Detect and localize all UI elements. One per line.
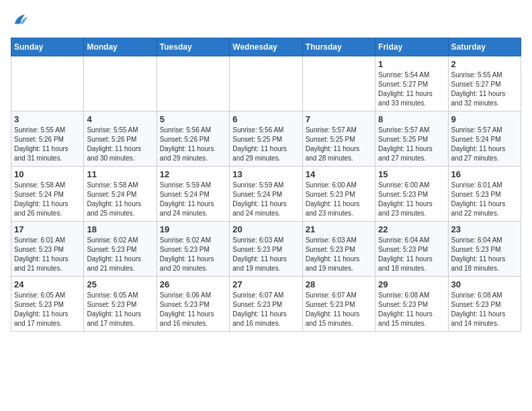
calendar-day-cell: 17Sunrise: 6:01 AMSunset: 5:23 PMDayligh… xyxy=(11,222,84,277)
calendar-day-cell: 16Sunrise: 6:01 AMSunset: 5:23 PMDayligh… xyxy=(448,167,521,222)
day-info-text: Sunrise: 5:59 AMSunset: 5:24 PMDaylight:… xyxy=(160,181,226,218)
calendar-week-row: 10Sunrise: 5:58 AMSunset: 5:24 PMDayligh… xyxy=(11,167,521,222)
day-number: 7 xyxy=(306,114,372,124)
calendar-header-row: SundayMondayTuesdayWednesdayThursdayFrid… xyxy=(11,38,521,56)
day-info-text: Sunrise: 6:01 AMSunset: 5:23 PMDaylight:… xyxy=(451,181,518,218)
calendar-week-row: 3Sunrise: 5:55 AMSunset: 5:26 PMDaylight… xyxy=(11,111,521,167)
day-number: 19 xyxy=(160,224,226,234)
calendar-day-cell: 7Sunrise: 5:57 AMSunset: 5:25 PMDaylight… xyxy=(302,111,375,167)
day-info-text: Sunrise: 6:06 AMSunset: 5:23 PMDaylight:… xyxy=(160,291,226,328)
day-number: 10 xyxy=(14,169,81,179)
day-number: 29 xyxy=(378,279,445,289)
calendar-day-cell: 30Sunrise: 6:08 AMSunset: 5:23 PMDayligh… xyxy=(448,277,521,332)
day-info-text: Sunrise: 5:57 AMSunset: 5:25 PMDaylight:… xyxy=(378,126,445,163)
calendar-day-cell xyxy=(157,56,229,111)
calendar-day-cell: 24Sunrise: 6:05 AMSunset: 5:23 PMDayligh… xyxy=(11,277,84,332)
day-number: 14 xyxy=(306,169,372,179)
day-number: 13 xyxy=(232,169,299,179)
day-number: 9 xyxy=(451,114,518,124)
day-info-text: Sunrise: 5:55 AMSunset: 5:26 PMDaylight:… xyxy=(87,126,153,163)
day-number: 21 xyxy=(306,224,372,234)
weekday-header-wednesday: Wednesday xyxy=(230,38,302,56)
day-info-text: Sunrise: 6:02 AMSunset: 5:23 PMDaylight:… xyxy=(160,236,226,273)
weekday-header-friday: Friday xyxy=(375,38,448,56)
calendar-day-cell: 4Sunrise: 5:55 AMSunset: 5:26 PMDaylight… xyxy=(84,111,157,167)
day-info-text: Sunrise: 5:55 AMSunset: 5:26 PMDaylight:… xyxy=(14,126,81,163)
day-number: 8 xyxy=(378,114,445,124)
calendar-day-cell: 1Sunrise: 5:54 AMSunset: 5:27 PMDaylight… xyxy=(375,56,448,111)
logo xyxy=(11,11,32,30)
day-number: 28 xyxy=(306,279,372,289)
calendar-day-cell: 6Sunrise: 5:56 AMSunset: 5:25 PMDaylight… xyxy=(230,111,302,167)
day-info-text: Sunrise: 6:00 AMSunset: 5:23 PMDaylight:… xyxy=(306,181,372,218)
day-number: 1 xyxy=(378,59,445,69)
day-info-text: Sunrise: 6:03 AMSunset: 5:23 PMDaylight:… xyxy=(306,236,372,273)
calendar-day-cell: 25Sunrise: 6:05 AMSunset: 5:23 PMDayligh… xyxy=(84,277,157,332)
calendar-day-cell: 28Sunrise: 6:07 AMSunset: 5:23 PMDayligh… xyxy=(302,277,375,332)
weekday-header-thursday: Thursday xyxy=(302,38,375,56)
calendar-day-cell: 14Sunrise: 6:00 AMSunset: 5:23 PMDayligh… xyxy=(302,167,375,222)
day-number: 24 xyxy=(14,279,81,289)
day-number: 3 xyxy=(14,114,81,124)
calendar-day-cell: 8Sunrise: 5:57 AMSunset: 5:25 PMDaylight… xyxy=(375,111,448,167)
day-info-text: Sunrise: 6:05 AMSunset: 5:23 PMDaylight:… xyxy=(14,291,81,328)
calendar-day-cell: 18Sunrise: 6:02 AMSunset: 5:23 PMDayligh… xyxy=(84,222,157,277)
day-info-text: Sunrise: 6:08 AMSunset: 5:23 PMDaylight:… xyxy=(378,291,445,328)
weekday-header-saturday: Saturday xyxy=(448,38,521,56)
calendar-day-cell: 9Sunrise: 5:57 AMSunset: 5:24 PMDaylight… xyxy=(448,111,521,167)
day-number: 22 xyxy=(378,224,445,234)
weekday-header-tuesday: Tuesday xyxy=(157,38,229,56)
calendar-day-cell xyxy=(302,56,375,111)
calendar-day-cell: 15Sunrise: 6:00 AMSunset: 5:23 PMDayligh… xyxy=(375,167,448,222)
day-number: 11 xyxy=(87,169,153,179)
day-info-text: Sunrise: 5:58 AMSunset: 5:24 PMDaylight:… xyxy=(87,181,153,218)
calendar-table: SundayMondayTuesdayWednesdayThursdayFrid… xyxy=(11,38,521,332)
weekday-header-sunday: Sunday xyxy=(11,38,84,56)
page-header xyxy=(11,11,521,30)
day-number: 30 xyxy=(451,279,518,289)
calendar-week-row: 17Sunrise: 6:01 AMSunset: 5:23 PMDayligh… xyxy=(11,222,521,277)
calendar-day-cell: 2Sunrise: 5:55 AMSunset: 5:27 PMDaylight… xyxy=(448,56,521,111)
day-number: 15 xyxy=(378,169,445,179)
calendar-day-cell: 23Sunrise: 6:04 AMSunset: 5:23 PMDayligh… xyxy=(448,222,521,277)
day-info-text: Sunrise: 6:02 AMSunset: 5:23 PMDaylight:… xyxy=(87,236,153,273)
day-info-text: Sunrise: 6:04 AMSunset: 5:23 PMDaylight:… xyxy=(451,236,518,273)
day-info-text: Sunrise: 6:08 AMSunset: 5:23 PMDaylight:… xyxy=(451,291,518,328)
day-number: 18 xyxy=(87,224,153,234)
day-info-text: Sunrise: 5:58 AMSunset: 5:24 PMDaylight:… xyxy=(14,181,81,218)
calendar-week-row: 24Sunrise: 6:05 AMSunset: 5:23 PMDayligh… xyxy=(11,277,521,332)
day-number: 27 xyxy=(232,279,299,289)
day-info-text: Sunrise: 5:57 AMSunset: 5:24 PMDaylight:… xyxy=(451,126,518,163)
day-number: 20 xyxy=(232,224,299,234)
day-info-text: Sunrise: 5:55 AMSunset: 5:27 PMDaylight:… xyxy=(451,71,518,108)
calendar-day-cell: 11Sunrise: 5:58 AMSunset: 5:24 PMDayligh… xyxy=(84,167,157,222)
calendar-day-cell: 12Sunrise: 5:59 AMSunset: 5:24 PMDayligh… xyxy=(157,167,229,222)
day-info-text: Sunrise: 6:03 AMSunset: 5:23 PMDaylight:… xyxy=(232,236,299,273)
day-number: 26 xyxy=(160,279,226,289)
day-info-text: Sunrise: 5:59 AMSunset: 5:24 PMDaylight:… xyxy=(232,181,299,218)
day-number: 12 xyxy=(160,169,226,179)
day-number: 4 xyxy=(87,114,153,124)
day-number: 5 xyxy=(160,114,226,124)
weekday-header-monday: Monday xyxy=(84,38,157,56)
calendar-day-cell: 10Sunrise: 5:58 AMSunset: 5:24 PMDayligh… xyxy=(11,167,84,222)
calendar-day-cell: 19Sunrise: 6:02 AMSunset: 5:23 PMDayligh… xyxy=(157,222,229,277)
calendar-day-cell: 20Sunrise: 6:03 AMSunset: 5:23 PMDayligh… xyxy=(230,222,302,277)
day-info-text: Sunrise: 5:57 AMSunset: 5:25 PMDaylight:… xyxy=(306,126,372,163)
day-number: 16 xyxy=(451,169,518,179)
calendar-day-cell: 5Sunrise: 5:56 AMSunset: 5:26 PMDaylight… xyxy=(157,111,229,167)
day-info-text: Sunrise: 6:04 AMSunset: 5:23 PMDaylight:… xyxy=(378,236,445,273)
day-info-text: Sunrise: 5:56 AMSunset: 5:25 PMDaylight:… xyxy=(232,126,299,163)
calendar-day-cell: 26Sunrise: 6:06 AMSunset: 5:23 PMDayligh… xyxy=(157,277,229,332)
calendar-day-cell: 27Sunrise: 6:07 AMSunset: 5:23 PMDayligh… xyxy=(230,277,302,332)
day-number: 6 xyxy=(232,114,299,124)
calendar-day-cell: 3Sunrise: 5:55 AMSunset: 5:26 PMDaylight… xyxy=(11,111,84,167)
day-number: 23 xyxy=(451,224,518,234)
day-info-text: Sunrise: 6:00 AMSunset: 5:23 PMDaylight:… xyxy=(378,181,445,218)
day-number: 17 xyxy=(14,224,81,234)
calendar-day-cell: 21Sunrise: 6:03 AMSunset: 5:23 PMDayligh… xyxy=(302,222,375,277)
day-number: 25 xyxy=(87,279,153,289)
calendar-day-cell xyxy=(230,56,302,111)
day-info-text: Sunrise: 5:54 AMSunset: 5:27 PMDaylight:… xyxy=(378,71,445,108)
day-number: 2 xyxy=(451,59,518,69)
